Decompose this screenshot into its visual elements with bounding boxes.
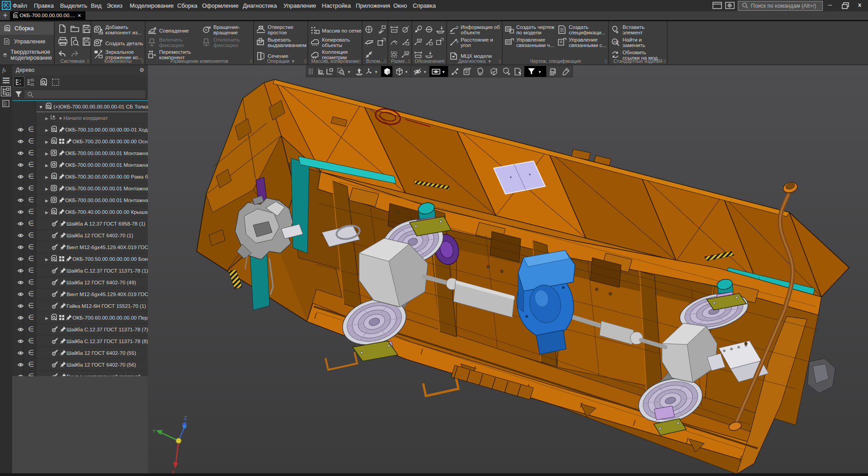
svg-text:1: 1 (19, 79, 21, 82)
svg-text:X: X (171, 469, 175, 473)
svg-text:Z: Z (184, 415, 187, 421)
svg-text:2: 2 (19, 83, 21, 85)
svg-text:Y: Y (152, 429, 156, 434)
